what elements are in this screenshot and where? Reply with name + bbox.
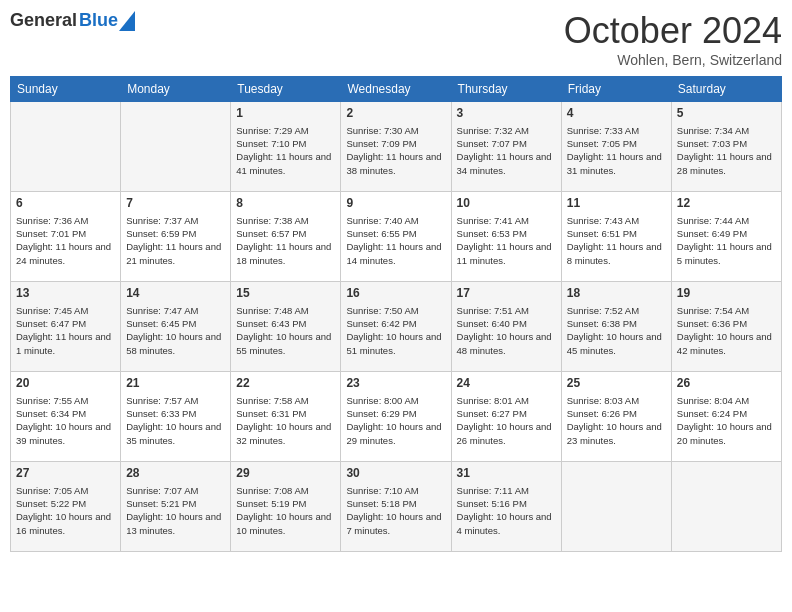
day-info: Sunrise: 8:01 AM Sunset: 6:27 PM Dayligh… [457,394,556,447]
day-info: Sunrise: 7:47 AM Sunset: 6:45 PM Dayligh… [126,304,225,357]
title-area: October 2024 Wohlen, Bern, Switzerland [564,10,782,68]
calendar-cell: 28Sunrise: 7:07 AM Sunset: 5:21 PM Dayli… [121,462,231,552]
calendar-cell: 14Sunrise: 7:47 AM Sunset: 6:45 PM Dayli… [121,282,231,372]
day-info: Sunrise: 7:07 AM Sunset: 5:21 PM Dayligh… [126,484,225,537]
day-info: Sunrise: 8:00 AM Sunset: 6:29 PM Dayligh… [346,394,445,447]
day-number: 20 [16,375,115,392]
week-row-3: 13Sunrise: 7:45 AM Sunset: 6:47 PM Dayli… [11,282,782,372]
day-info: Sunrise: 7:57 AM Sunset: 6:33 PM Dayligh… [126,394,225,447]
col-saturday: Saturday [671,77,781,102]
logo-arrow-icon [119,11,135,31]
day-number: 29 [236,465,335,482]
calendar-cell: 5Sunrise: 7:34 AM Sunset: 7:03 PM Daylig… [671,102,781,192]
day-number: 31 [457,465,556,482]
day-number: 5 [677,105,776,122]
day-number: 22 [236,375,335,392]
calendar-body: 1Sunrise: 7:29 AM Sunset: 7:10 PM Daylig… [11,102,782,552]
day-number: 4 [567,105,666,122]
day-number: 25 [567,375,666,392]
week-row-2: 6Sunrise: 7:36 AM Sunset: 7:01 PM Daylig… [11,192,782,282]
day-number: 14 [126,285,225,302]
day-info: Sunrise: 7:30 AM Sunset: 7:09 PM Dayligh… [346,124,445,177]
calendar-cell: 31Sunrise: 7:11 AM Sunset: 5:16 PM Dayli… [451,462,561,552]
day-info: Sunrise: 7:43 AM Sunset: 6:51 PM Dayligh… [567,214,666,267]
day-number: 7 [126,195,225,212]
day-number: 23 [346,375,445,392]
calendar-cell: 24Sunrise: 8:01 AM Sunset: 6:27 PM Dayli… [451,372,561,462]
calendar-cell: 10Sunrise: 7:41 AM Sunset: 6:53 PM Dayli… [451,192,561,282]
day-number: 27 [16,465,115,482]
calendar-cell: 30Sunrise: 7:10 AM Sunset: 5:18 PM Dayli… [341,462,451,552]
day-info: Sunrise: 7:11 AM Sunset: 5:16 PM Dayligh… [457,484,556,537]
day-number: 15 [236,285,335,302]
day-info: Sunrise: 7:54 AM Sunset: 6:36 PM Dayligh… [677,304,776,357]
calendar-cell: 9Sunrise: 7:40 AM Sunset: 6:55 PM Daylig… [341,192,451,282]
col-tuesday: Tuesday [231,77,341,102]
day-number: 17 [457,285,556,302]
calendar-header: Sunday Monday Tuesday Wednesday Thursday… [11,77,782,102]
day-number: 3 [457,105,556,122]
day-number: 13 [16,285,115,302]
day-info: Sunrise: 7:38 AM Sunset: 6:57 PM Dayligh… [236,214,335,267]
calendar-cell: 4Sunrise: 7:33 AM Sunset: 7:05 PM Daylig… [561,102,671,192]
day-number: 16 [346,285,445,302]
calendar-cell: 26Sunrise: 8:04 AM Sunset: 6:24 PM Dayli… [671,372,781,462]
day-info: Sunrise: 7:10 AM Sunset: 5:18 PM Dayligh… [346,484,445,537]
calendar-cell: 22Sunrise: 7:58 AM Sunset: 6:31 PM Dayli… [231,372,341,462]
day-info: Sunrise: 7:08 AM Sunset: 5:19 PM Dayligh… [236,484,335,537]
day-number: 28 [126,465,225,482]
day-info: Sunrise: 8:03 AM Sunset: 6:26 PM Dayligh… [567,394,666,447]
calendar-cell: 29Sunrise: 7:08 AM Sunset: 5:19 PM Dayli… [231,462,341,552]
day-info: Sunrise: 7:48 AM Sunset: 6:43 PM Dayligh… [236,304,335,357]
logo-blue-text: Blue [79,10,118,31]
svg-marker-0 [119,11,135,31]
col-sunday: Sunday [11,77,121,102]
day-info: Sunrise: 7:58 AM Sunset: 6:31 PM Dayligh… [236,394,335,447]
day-info: Sunrise: 7:55 AM Sunset: 6:34 PM Dayligh… [16,394,115,447]
day-number: 19 [677,285,776,302]
calendar-cell: 18Sunrise: 7:52 AM Sunset: 6:38 PM Dayli… [561,282,671,372]
calendar-cell [561,462,671,552]
day-info: Sunrise: 7:51 AM Sunset: 6:40 PM Dayligh… [457,304,556,357]
day-info: Sunrise: 7:40 AM Sunset: 6:55 PM Dayligh… [346,214,445,267]
day-number: 9 [346,195,445,212]
calendar-cell: 7Sunrise: 7:37 AM Sunset: 6:59 PM Daylig… [121,192,231,282]
calendar-cell: 12Sunrise: 7:44 AM Sunset: 6:49 PM Dayli… [671,192,781,282]
day-info: Sunrise: 7:44 AM Sunset: 6:49 PM Dayligh… [677,214,776,267]
day-info: Sunrise: 7:29 AM Sunset: 7:10 PM Dayligh… [236,124,335,177]
calendar-cell: 15Sunrise: 7:48 AM Sunset: 6:43 PM Dayli… [231,282,341,372]
logo-general-text: General [10,10,77,31]
calendar-cell: 23Sunrise: 8:00 AM Sunset: 6:29 PM Dayli… [341,372,451,462]
day-number: 21 [126,375,225,392]
day-info: Sunrise: 7:33 AM Sunset: 7:05 PM Dayligh… [567,124,666,177]
week-row-4: 20Sunrise: 7:55 AM Sunset: 6:34 PM Dayli… [11,372,782,462]
location-text: Wohlen, Bern, Switzerland [564,52,782,68]
day-number: 30 [346,465,445,482]
day-info: Sunrise: 7:36 AM Sunset: 7:01 PM Dayligh… [16,214,115,267]
calendar-cell: 3Sunrise: 7:32 AM Sunset: 7:07 PM Daylig… [451,102,561,192]
day-number: 10 [457,195,556,212]
day-info: Sunrise: 7:05 AM Sunset: 5:22 PM Dayligh… [16,484,115,537]
calendar-cell: 25Sunrise: 8:03 AM Sunset: 6:26 PM Dayli… [561,372,671,462]
calendar-cell: 11Sunrise: 7:43 AM Sunset: 6:51 PM Dayli… [561,192,671,282]
day-info: Sunrise: 7:32 AM Sunset: 7:07 PM Dayligh… [457,124,556,177]
day-info: Sunrise: 7:37 AM Sunset: 6:59 PM Dayligh… [126,214,225,267]
calendar-table: Sunday Monday Tuesday Wednesday Thursday… [10,76,782,552]
week-row-5: 27Sunrise: 7:05 AM Sunset: 5:22 PM Dayli… [11,462,782,552]
day-info: Sunrise: 7:34 AM Sunset: 7:03 PM Dayligh… [677,124,776,177]
day-info: Sunrise: 7:45 AM Sunset: 6:47 PM Dayligh… [16,304,115,357]
day-number: 18 [567,285,666,302]
calendar-cell: 13Sunrise: 7:45 AM Sunset: 6:47 PM Dayli… [11,282,121,372]
calendar-cell: 27Sunrise: 7:05 AM Sunset: 5:22 PM Dayli… [11,462,121,552]
day-number: 12 [677,195,776,212]
calendar-cell [11,102,121,192]
day-info: Sunrise: 7:52 AM Sunset: 6:38 PM Dayligh… [567,304,666,357]
day-info: Sunrise: 7:50 AM Sunset: 6:42 PM Dayligh… [346,304,445,357]
calendar-cell: 1Sunrise: 7:29 AM Sunset: 7:10 PM Daylig… [231,102,341,192]
calendar-cell: 17Sunrise: 7:51 AM Sunset: 6:40 PM Dayli… [451,282,561,372]
day-number: 6 [16,195,115,212]
day-number: 8 [236,195,335,212]
day-number: 1 [236,105,335,122]
day-number: 11 [567,195,666,212]
calendar-cell: 16Sunrise: 7:50 AM Sunset: 6:42 PM Dayli… [341,282,451,372]
